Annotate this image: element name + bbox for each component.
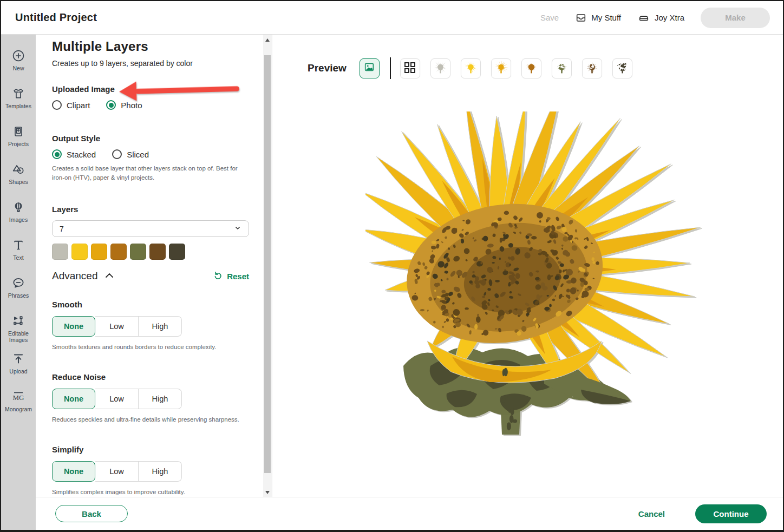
scrollbar-thumb[interactable] (264, 55, 271, 473)
sidebar-item-images[interactable]: Images (1, 195, 36, 233)
layer-color-swatch-2[interactable] (71, 244, 88, 260)
project-title[interactable]: Untitled Project (15, 11, 97, 24)
layer-color-swatch-7[interactable] (169, 244, 185, 260)
sidebar-item-shapes[interactable]: Shapes (1, 157, 36, 195)
advanced-toggle[interactable]: Advanced (52, 270, 114, 282)
sidebar-item-phrases[interactable]: Phrases (1, 271, 36, 308)
machine-label: Joy Xtra (655, 13, 684, 22)
thumbnail-layer-1[interactable] (430, 58, 450, 78)
sidebar-item-new[interactable]: New (1, 43, 36, 81)
layer-color-swatch-5[interactable] (130, 244, 146, 260)
sidebar-item-monogram[interactable]: MGMonogram (1, 384, 36, 422)
layers-count-select[interactable]: 7 (52, 220, 249, 237)
layer-flower-icon (554, 60, 569, 76)
my-stuff-label: My Stuff (591, 13, 621, 22)
smooth-segmented-control: NoneLowHigh (52, 316, 182, 337)
layer-color-swatch-4[interactable] (110, 244, 127, 260)
section-simplify: SimplifyNoneLowHighSimplifies complex im… (52, 445, 248, 495)
layer-flower-icon (615, 60, 630, 76)
footer-actions: Cancel Continue (638, 504, 767, 523)
make-button[interactable]: Make (701, 8, 770, 28)
reduce-noise-none-button[interactable]: None (52, 389, 95, 409)
simplify-low-button[interactable]: Low (95, 461, 139, 482)
chevron-up-icon (104, 270, 114, 282)
save-button[interactable]: Save (540, 13, 559, 22)
sunflower-preview-image (365, 111, 708, 437)
scrollbar-down-arrow[interactable] (263, 488, 272, 497)
layer-flower-icon (433, 60, 448, 76)
uploaded-image-label: Uploaded Image (52, 84, 248, 94)
cancel-button[interactable]: Cancel (638, 509, 665, 518)
thumbnail-layer-6[interactable] (582, 58, 602, 78)
sidebar-item-label: Templates (3, 103, 34, 109)
back-button[interactable]: Back (55, 505, 128, 522)
sidebar-item-text[interactable]: Text (1, 233, 36, 271)
shapes-icon (11, 162, 25, 176)
sidebar-item-editable-images[interactable]: Editable Images (1, 308, 36, 346)
svg-text:MG: MG (13, 393, 24, 402)
thumbnail-layer-3[interactable] (491, 58, 511, 78)
sidebar-item-projects[interactable]: Projects (1, 119, 36, 157)
thumbnail-layer-4[interactable] (521, 58, 541, 78)
reduce-noise-label: Reduce Noise (52, 372, 248, 382)
plus-circle-icon (11, 49, 25, 63)
preview-image-view-button[interactable] (360, 58, 380, 78)
sidebar-item-templates[interactable]: Templates (1, 81, 36, 119)
sidebar-item-upload[interactable]: Upload (1, 346, 36, 384)
output-style-label: Output Style (52, 134, 248, 143)
layer-color-swatch-6[interactable] (149, 244, 166, 260)
thumbnail-layer-7[interactable] (612, 58, 632, 78)
output-style-radio-group: StackedSliced (52, 149, 248, 159)
smooth-none-button[interactable]: None (52, 316, 95, 337)
layer-flower-icon (494, 60, 508, 76)
layer-color-swatch-1[interactable] (52, 244, 68, 260)
grid-icon (403, 61, 417, 76)
advanced-row: Advanced Reset (52, 270, 249, 282)
section-smooth: SmoothNoneLowHighSmooths textures and ro… (52, 300, 248, 350)
toolbar-divider (390, 57, 391, 79)
section-reduce-noise: Reduce NoiseNoneLowHighReduces speckles … (52, 372, 248, 423)
my-stuff-button[interactable]: My Stuff (575, 12, 621, 24)
sidebar-item-label: Editable Images (3, 330, 34, 343)
panel-scrollbar[interactable] (263, 35, 272, 499)
layers-count-value: 7 (60, 225, 64, 233)
output-style-sliced-radio[interactable]: Sliced (112, 149, 149, 159)
output-style-stacked-radio[interactable]: Stacked (52, 149, 96, 159)
panel-title: Multiple Layers (52, 39, 248, 54)
scrollbar-up-arrow[interactable] (263, 36, 272, 44)
simplify-description: Simplifies complex images to improve cut… (52, 489, 247, 495)
simplify-high-button[interactable]: High (139, 461, 182, 482)
radio-label: Photo (121, 101, 142, 110)
sidebar-item-label: Upload (3, 368, 34, 375)
reduce-noise-low-button[interactable]: Low (95, 389, 139, 409)
machine-select-button[interactable]: Joy Xtra (637, 12, 684, 24)
simplify-none-button[interactable]: None (52, 461, 95, 482)
uploaded-image-clipart-radio[interactable]: Clipart (52, 100, 90, 110)
reset-undo-icon (213, 270, 223, 282)
sidebar-item-label: Images (3, 216, 34, 223)
layer-color-swatch-3[interactable] (91, 244, 107, 260)
smooth-low-button[interactable]: Low (95, 316, 139, 337)
uploaded-image-photo-radio[interactable]: Photo (106, 100, 142, 110)
upload-arrow-icon (11, 352, 25, 366)
radio-label: Sliced (127, 150, 149, 159)
reduce-noise-high-button[interactable]: High (139, 389, 182, 409)
smooth-label: Smooth (52, 300, 248, 309)
layers-settings-panel: Multiple Layers Creates up to 9 layers, … (36, 35, 263, 499)
thumbnail-layer-5[interactable] (552, 58, 572, 78)
uploaded-image-radio-group: ClipartPhoto (52, 100, 248, 110)
app-window: Untitled Project Save My Stuff (0, 0, 784, 532)
thumbnail-layer-2[interactable] (461, 58, 481, 78)
reset-button[interactable]: Reset (213, 270, 249, 282)
radio-unselected-icon (112, 149, 122, 159)
sidebar-item-label: Projects (3, 141, 34, 147)
radio-label: Clipart (67, 101, 90, 110)
layer-swatches (52, 244, 248, 260)
tshirt-icon (11, 87, 25, 101)
radio-unselected-icon (52, 100, 62, 110)
reduce-noise-description: Reduces speckles and ultra-fine details … (52, 416, 247, 423)
smooth-high-button[interactable]: High (139, 316, 182, 337)
all-layers-grid-thumbnail[interactable] (400, 58, 420, 78)
continue-button[interactable]: Continue (695, 504, 767, 523)
project-card-icon (12, 124, 25, 139)
